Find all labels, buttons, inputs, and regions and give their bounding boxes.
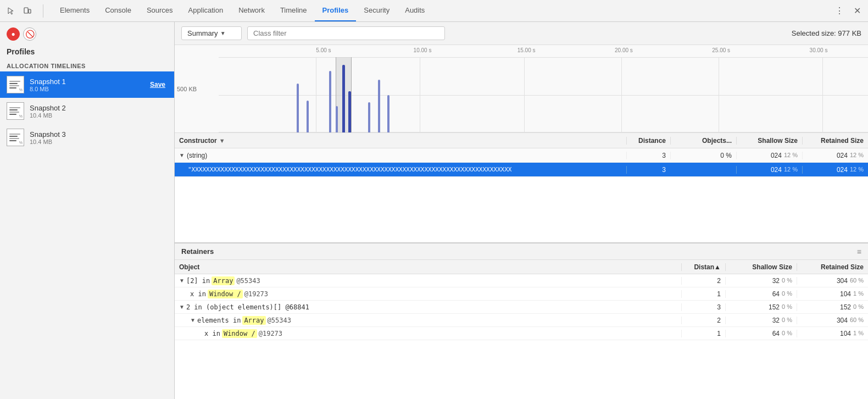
ruler-tick-25s: 25.00 s <box>712 47 730 53</box>
rcell-distance-2: 3 <box>681 303 725 311</box>
tab-audits[interactable]: Audits <box>397 0 432 21</box>
rcell-retained-0: 304 60 % <box>797 277 868 285</box>
chart-bar-6 <box>378 80 380 132</box>
rcell-distance-1: 1 <box>681 290 725 298</box>
chart-bar-3 <box>329 71 331 132</box>
rcell-object-2: ▼ 2 in (object elements)[] @68841 <box>175 303 681 311</box>
constructor-filter-icon[interactable]: ▼ <box>219 137 225 144</box>
close-icon[interactable]: ✕ <box>850 4 864 18</box>
retainer-row-0[interactable]: ▼ [2] in Array @55343 2 32 0 % 304 60 % <box>175 274 868 287</box>
cell-retained-string: 024 12 % <box>802 152 868 159</box>
sidebar-header: ● 🚫 <box>0 22 174 46</box>
grid-line-v5 <box>719 57 719 132</box>
sidebar-controls: ● 🚫 <box>7 27 36 41</box>
tab-console[interactable]: Console <box>97 0 139 21</box>
device-toolbar-icon[interactable] <box>21 4 34 18</box>
retainer-row-3[interactable]: ▼ elements in Array @55343 2 32 0 % 304 … <box>175 314 868 327</box>
rcol-shallow-header: Shallow Size <box>725 263 797 271</box>
dropdown-arrow-icon: ▼ <box>220 30 226 36</box>
snapshot-info-3: Snapshot 3 10.4 MB <box>30 130 168 145</box>
snapshot-save-button-1[interactable]: Save <box>148 80 168 90</box>
tab-security[interactable]: Security <box>356 0 397 21</box>
retainer-row-1[interactable]: x in Window / @19273 1 64 0 % 104 1 % <box>175 287 868 301</box>
grid-line-v6 <box>822 57 823 132</box>
tab-elements[interactable]: Elements <box>52 0 97 21</box>
cell-distance-string: 3 <box>626 152 670 159</box>
snapshot-name-2: Snapshot 2 <box>30 104 168 112</box>
selected-size-label: Selected size: 977 KB <box>792 29 861 37</box>
rcell-retained-2: 152 0 % <box>797 303 868 311</box>
class-filter-input[interactable] <box>247 26 445 40</box>
chart-label-500kb: 500 KB <box>177 86 197 92</box>
table-row-string[interactable]: ▼ (string) 3 0 % 024 12 % 024 12 % <box>175 148 868 163</box>
col-constructor-header: Constructor ▼ <box>175 137 626 145</box>
table-row-string-item[interactable]: "XXXXXXXXXXXXXXXXXXXXXXXXXXXXXXXXXXXXXXX… <box>175 163 868 177</box>
constructor-table-header: Constructor ▼ Distance Objects... Shallo… <box>175 133 868 148</box>
chart-bar-4 <box>336 106 338 132</box>
expand-icon-r0[interactable]: ▼ <box>179 278 185 284</box>
tab-timeline[interactable]: Timeline <box>272 0 315 21</box>
col-objects-header: Objects... <box>670 137 736 145</box>
retainer-row-4[interactable]: x in Window / @19273 1 64 0 % 104 1 % <box>175 327 868 340</box>
profile-toolbar: Summary ▼ Selected size: 977 KB <box>175 22 868 45</box>
snapshot-name-1: Snapshot 1 <box>30 77 142 86</box>
rcell-retained-4: 104 1 % <box>797 330 868 337</box>
summary-dropdown[interactable]: Summary ▼ <box>181 26 242 40</box>
snapshot-item-1[interactable]: % Snapshot 1 8.0 MB Save <box>0 71 174 98</box>
section-label: ALLOCATION TIMELINES <box>0 59 174 71</box>
grid-line-v3 <box>524 57 525 132</box>
cell-constructor-string-item: "XXXXXXXXXXXXXXXXXXXXXXXXXXXXXXXXXXXXXXX… <box>175 166 626 173</box>
top-toolbar: Elements Console Sources Application Net… <box>0 0 868 22</box>
ruler-tick-10s: 10.00 s <box>414 47 432 53</box>
cell-shallow-string-item: 024 12 % <box>736 166 802 174</box>
rcell-object-1: x in Window / @19273 <box>175 290 681 298</box>
more-icon[interactable]: ⋮ <box>833 4 846 18</box>
tab-profiles[interactable]: Profiles <box>315 0 357 21</box>
col-retained-header: Retained Size <box>802 137 868 145</box>
rcol-retained-header: Retained Size <box>797 263 868 271</box>
snapshot-size-2: 10.4 MB <box>30 112 168 119</box>
snapshot-item-2[interactable]: % Snapshot 2 10.4 MB <box>0 98 174 124</box>
tab-application[interactable]: Application <box>181 0 231 21</box>
cell-shallow-string: 024 12 % <box>736 152 802 159</box>
ruler-tick-15s: 15.00 s <box>518 47 536 53</box>
rcell-object-0: ▼ [2] in Array @55343 <box>175 276 681 285</box>
expand-icon-r2[interactable]: ▼ <box>179 304 185 310</box>
chart-bar-2 <box>307 101 309 132</box>
record-button[interactable]: ● <box>7 27 20 41</box>
ruler-tick-30s: 30.00 s <box>810 47 828 53</box>
rcell-shallow-3: 32 0 % <box>725 317 797 324</box>
rcell-distance-0: 2 <box>681 277 725 285</box>
cell-distance-string-item: 3 <box>626 166 670 174</box>
tab-sources[interactable]: Sources <box>139 0 181 21</box>
retainers-title: Retainers <box>181 247 214 256</box>
rcell-retained-3: 304 60 % <box>797 317 868 324</box>
data-section: Constructor ▼ Distance Objects... Shallo… <box>175 133 868 243</box>
svg-rect-0 <box>24 8 28 13</box>
expand-icon-string[interactable]: ▼ <box>179 152 185 158</box>
snapshot-name-3: Snapshot 3 <box>30 130 168 138</box>
retainer-row-2[interactable]: ▼ 2 in (object elements)[] @68841 3 152 … <box>175 301 868 314</box>
toolbar-separator <box>43 4 43 18</box>
clear-button[interactable]: 🚫 <box>23 27 36 41</box>
rcell-shallow-4: 64 0 % <box>725 330 797 337</box>
rcol-object-header: Object <box>175 263 681 271</box>
retainers-header: Retainers ≡ <box>175 243 868 260</box>
snapshot-item-3[interactable]: % Snapshot 3 10.4 MB <box>0 124 174 151</box>
grid-line-v4 <box>621 57 622 132</box>
cursor-icon[interactable] <box>4 4 18 18</box>
tab-network[interactable]: Network <box>231 0 272 21</box>
cell-objects-string: 0 % <box>670 152 736 159</box>
retainers-table-body: ▼ [2] in Array @55343 2 32 0 % 304 60 % <box>175 274 868 399</box>
rcol-distance-header: Distan▲ <box>681 263 725 271</box>
cell-constructor-string: ▼ (string) <box>175 152 626 159</box>
constructor-table-body: ▼ (string) 3 0 % 024 12 % 024 12 % <box>175 148 868 242</box>
nav-tabs: Elements Console Sources Application Net… <box>52 0 432 21</box>
snapshot-info-2: Snapshot 2 10.4 MB <box>30 104 168 119</box>
cell-retained-string-item: 024 12 % <box>802 166 868 174</box>
rcell-shallow-2: 152 0 % <box>725 303 797 311</box>
col-shallow-header: Shallow Size <box>736 137 802 145</box>
timeline-area[interactable]: 5.00 s 10.00 s 15.00 s 20.00 s 25.00 s 3… <box>175 45 868 133</box>
chart-bar-selected-2 <box>348 91 351 132</box>
expand-icon-r3[interactable]: ▼ <box>190 317 196 323</box>
